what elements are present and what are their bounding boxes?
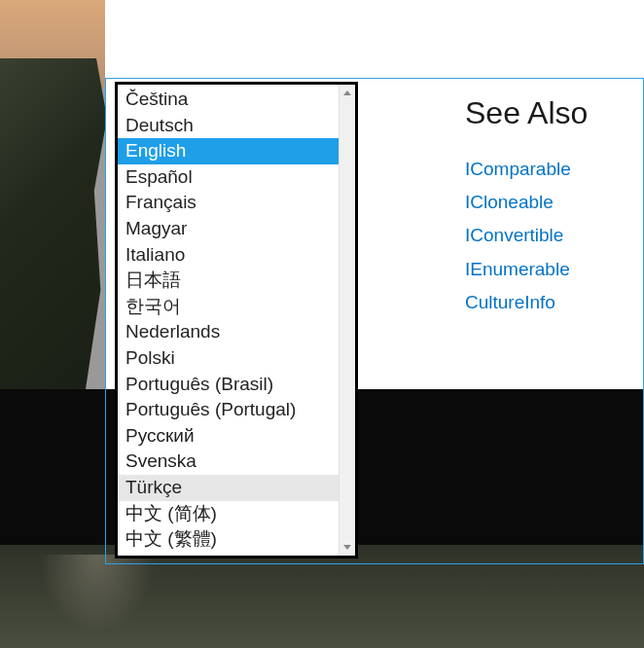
language-option[interactable]: Italiano [118, 242, 339, 269]
language-option[interactable]: Magyar [118, 216, 339, 242]
language-option[interactable]: Svenska [118, 449, 339, 475]
language-option[interactable]: 한국어 [118, 294, 339, 320]
see-also-link[interactable]: ICloneable [465, 186, 588, 219]
language-option[interactable]: Deutsch [118, 113, 339, 139]
language-option[interactable]: Čeština [118, 87, 339, 113]
language-list[interactable]: ČeštinaDeutschEnglishEspañolFrançaisMagy… [118, 85, 339, 556]
see-also-link[interactable]: CultureInfo [465, 286, 588, 319]
see-also-link[interactable]: IConvertible [465, 219, 588, 252]
see-also-section: See Also IComparable ICloneable IConvert… [465, 95, 588, 319]
scrollbar[interactable] [339, 85, 355, 556]
language-option[interactable]: Français [118, 190, 339, 216]
language-option[interactable]: Русский [118, 423, 339, 450]
scroll-up-button[interactable] [340, 85, 355, 101]
see-also-link[interactable]: IEnumerable [465, 253, 588, 286]
language-option[interactable]: 中文 (简体) [118, 501, 339, 527]
language-option[interactable]: English [118, 138, 339, 164]
scroll-down-button[interactable] [340, 539, 355, 556]
language-option[interactable]: Polski [118, 345, 339, 372]
scroll-track[interactable] [340, 101, 355, 539]
see-also-heading: See Also [465, 95, 588, 131]
language-option[interactable]: 中文 (繁體) [118, 526, 339, 553]
language-option[interactable]: 日本語 [118, 268, 339, 294]
language-option[interactable]: Português (Brasil) [118, 372, 339, 398]
language-dropdown[interactable]: ČeštinaDeutschEnglishEspañolFrançaisMagy… [115, 82, 358, 558]
language-option[interactable]: Português (Portugal) [118, 397, 339, 423]
language-option[interactable]: Español [118, 164, 339, 191]
language-option[interactable]: Türkçe [118, 475, 339, 501]
see-also-link[interactable]: IComparable [465, 153, 588, 186]
language-option[interactable]: Nederlands [118, 319, 339, 345]
